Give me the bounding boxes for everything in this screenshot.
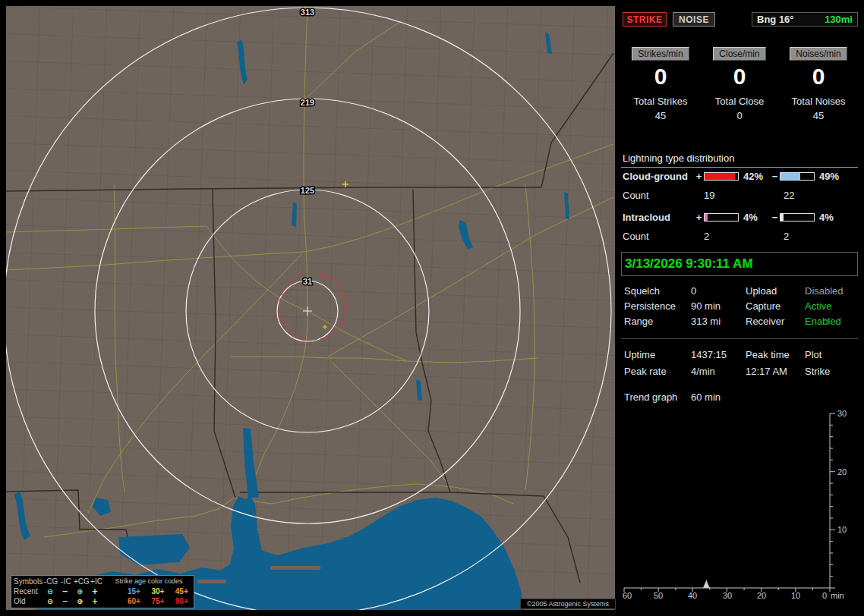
trend-graph: 60 50 40 30 20 10 0 min 30 20 10 xyxy=(621,404,858,608)
total-strikes-label: Total Strikes xyxy=(621,96,700,107)
svg-text:10: 10 xyxy=(837,525,847,534)
pos-ic-old-icon: + xyxy=(87,596,102,606)
total-strikes-value: 45 xyxy=(621,110,700,121)
trend-x-labels: 60 50 40 30 20 10 0 min xyxy=(623,591,844,600)
minus-sign: − xyxy=(770,212,780,223)
cg-count-label: Count xyxy=(623,190,704,201)
uptime-label: Uptime xyxy=(624,349,691,360)
peak-rate-label: Peak rate xyxy=(624,366,691,377)
ring-label-31: 31 xyxy=(303,277,312,286)
neg-cg-recent-icon: ⊖ xyxy=(43,586,58,596)
total-close-label: Total Close xyxy=(700,96,779,107)
map-canvas[interactable]: 313 219 125 31 xyxy=(6,6,615,610)
trend-row: Trend graph60 min xyxy=(624,391,856,403)
minus-sign: − xyxy=(770,171,780,182)
range-value: 313 mi xyxy=(691,316,746,327)
squelch-value: 0 xyxy=(691,285,746,297)
svg-text:50: 50 xyxy=(654,591,663,600)
upload-label: Upload xyxy=(746,285,805,297)
noises-column: Noises/min 0 Total Noises 45 xyxy=(779,47,858,121)
ic-minus-bar-fill xyxy=(780,214,784,221)
persistence-row: Persistence90 minCaptureActive xyxy=(624,300,856,312)
close-per-min-button[interactable]: Close/min xyxy=(713,47,765,61)
trend-series-strikes xyxy=(624,580,830,588)
ring-label-219: 219 xyxy=(301,98,314,107)
lightning-map[interactable]: 313 219 125 31 Symbols -CG -IC +CG +IC S… xyxy=(6,6,615,610)
plus-sign: + xyxy=(694,212,704,223)
range-row: Range313 miReceiverEnabled xyxy=(624,316,856,327)
legend-col-pos-ic: +IC xyxy=(89,577,104,586)
bearing-value: Bng 16° xyxy=(757,14,794,25)
bearing-range-display: Bng 16° 130mi xyxy=(752,12,858,27)
cg-plus-bar-fill xyxy=(705,173,735,180)
cg-minus-count: 22 xyxy=(784,190,794,201)
age-30-label: 30+ xyxy=(146,586,169,596)
strike-mode-button[interactable]: STRIKE xyxy=(623,12,667,27)
strikes-column: Strikes/min 0 Total Strikes 45 xyxy=(621,47,700,121)
datetime-display: 3/13/2026 9:30:11 AM xyxy=(621,252,858,276)
total-close-value: 0 xyxy=(700,110,779,121)
status-panel: STRIKE NOISE Bng 16° 130mi Strikes/min 0… xyxy=(621,6,858,610)
noises-per-min-button[interactable]: Noises/min xyxy=(790,47,847,61)
intracloud-count-row: Count22 xyxy=(623,231,858,242)
svg-text:60: 60 xyxy=(623,591,632,600)
neg-ic-recent-icon: − xyxy=(58,586,73,596)
range-readout: 130mi xyxy=(825,14,853,25)
age-60-label: 60+ xyxy=(122,596,146,606)
copyright-notice: ©2005 Astrogenic Systems xyxy=(520,599,616,609)
receiver-status: Enabled xyxy=(805,316,841,327)
ring-label-125: 125 xyxy=(301,186,314,195)
total-noises-value: 45 xyxy=(779,110,858,121)
plot-label: Plot xyxy=(805,349,821,360)
trend-window-value: 60 min xyxy=(691,391,746,403)
persistence-value: 90 min xyxy=(691,300,746,312)
svg-text:20: 20 xyxy=(757,591,766,600)
svg-text:30: 30 xyxy=(723,591,732,600)
cg-plus-pct: 42% xyxy=(739,171,770,182)
ic-minus-count: 2 xyxy=(784,231,789,242)
noise-mode-button[interactable]: NOISE xyxy=(673,12,715,27)
cg-minus-bar-fill xyxy=(780,173,800,180)
pos-cg-recent-icon: ⊕ xyxy=(73,586,88,596)
legend-symbols-header: Symbols xyxy=(11,577,43,586)
mode-row: STRIKE NOISE Bng 16° 130mi xyxy=(621,12,858,27)
legend-header-row: Symbols -CG -IC +CG +IC Strike age color… xyxy=(11,577,194,586)
trend-y-major-ticks xyxy=(830,413,835,588)
plus-sign: + xyxy=(694,171,704,182)
rate-columns: Strikes/min 0 Total Strikes 45 Close/min… xyxy=(621,47,858,121)
intracloud-row: Intracloud+4%−4% xyxy=(623,212,858,223)
distribution-title: Lightning type distribution xyxy=(621,152,858,168)
upload-status: Disabled xyxy=(805,285,844,297)
intracloud-label: Intracloud xyxy=(623,212,694,223)
ic-minus-pct: 4% xyxy=(815,212,846,223)
close-per-min-value: 0 xyxy=(700,64,779,89)
ic-plus-pct: 4% xyxy=(739,212,770,223)
peak-time-label: Peak time xyxy=(746,349,805,360)
close-column: Close/min 0 Total Close 0 xyxy=(700,47,779,121)
noises-per-min-value: 0 xyxy=(779,64,858,89)
age-90-label: 90+ xyxy=(170,596,194,606)
ic-plus-bar xyxy=(704,213,739,222)
cloud-ground-row: Cloud-ground+42%−49% xyxy=(623,171,858,182)
app-window: 313 219 125 31 Symbols -CG -IC +CG +IC S… xyxy=(0,0,864,616)
ring-label-313: 313 xyxy=(301,8,314,17)
svg-text:40: 40 xyxy=(688,591,697,600)
county-lines xyxy=(6,6,615,610)
ic-count-label: Count xyxy=(623,231,704,242)
cg-minus-bar xyxy=(780,172,815,181)
section-divider xyxy=(621,338,858,339)
cloud-ground-label: Cloud-ground xyxy=(623,171,694,182)
uptime-row: Uptime1437:15Peak timePlot xyxy=(624,349,856,360)
range-label: Range xyxy=(624,316,691,327)
peak-time-value: 12:17 AM xyxy=(746,366,805,377)
age-45-label: 45+ xyxy=(170,586,194,596)
capture-label: Capture xyxy=(746,300,805,312)
strikes-per-min-button[interactable]: Strikes/min xyxy=(632,47,689,61)
pos-cg-old-icon: ⊕ xyxy=(73,596,88,606)
squelch-row: Squelch0UploadDisabled xyxy=(624,285,856,297)
cloud-ground-count-row: Count1922 xyxy=(623,190,858,201)
persistence-label: Persistence xyxy=(624,300,691,312)
neg-ic-old-icon: − xyxy=(58,596,73,606)
squelch-label: Squelch xyxy=(624,285,691,297)
trend-y-labels: 30 20 10 xyxy=(837,409,847,534)
